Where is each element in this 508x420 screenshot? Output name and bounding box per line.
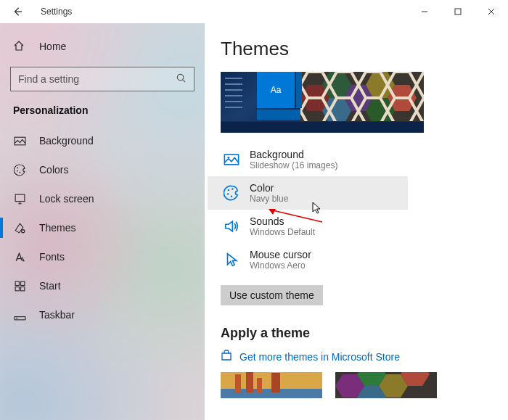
picture-icon — [13, 134, 26, 147]
palette-icon — [13, 163, 26, 176]
theme-thumbnails — [221, 372, 492, 398]
attr-sub: Windows Default — [250, 227, 315, 237]
page-title: Themes — [221, 38, 492, 60]
svg-point-7 — [17, 167, 18, 168]
svg-line-5 — [183, 79, 185, 81]
sidebar-item-themes[interactable]: Themes — [0, 213, 205, 242]
maximize-button[interactable] — [441, 0, 475, 23]
store-icon — [221, 350, 232, 363]
fonts-icon — [13, 250, 26, 263]
sidebar-item-fonts[interactable]: Fonts — [0, 242, 205, 271]
minimize-button[interactable] — [408, 0, 441, 23]
window-title: Settings — [41, 7, 72, 17]
svg-rect-38 — [235, 374, 241, 392]
svg-point-8 — [17, 170, 18, 171]
theme-thumb[interactable] — [335, 372, 437, 398]
svg-point-34 — [231, 196, 232, 197]
sidebar: Home Personalization Background Colors L… — [0, 23, 205, 420]
svg-point-13 — [21, 229, 24, 232]
start-icon — [13, 279, 26, 292]
close-button[interactable] — [475, 0, 508, 23]
speaker-icon — [224, 218, 239, 234]
titlebar: Settings — [0, 0, 508, 23]
sidebar-item-label: Start — [39, 280, 61, 292]
svg-rect-14 — [15, 281, 19, 285]
lock-screen-icon — [13, 192, 26, 205]
svg-point-33 — [227, 193, 229, 194]
palette-icon — [224, 185, 239, 201]
home-icon — [13, 40, 26, 53]
window-controls — [408, 0, 508, 23]
main-panel: Themes Aa — [205, 23, 508, 420]
svg-rect-40 — [257, 378, 262, 392]
back-button[interactable] — [6, 0, 29, 23]
taskbar-icon — [13, 308, 26, 321]
sidebar-item-label: Background — [39, 135, 94, 147]
sidebar-item-colors[interactable]: Colors — [0, 155, 205, 184]
svg-point-9 — [19, 171, 20, 173]
attr-sub: Navy blue — [250, 194, 288, 204]
back-arrow-icon — [12, 7, 22, 17]
svg-rect-10 — [15, 194, 25, 202]
sidebar-item-taskbar[interactable]: Taskbar — [0, 300, 205, 329]
theme-preview: Aa — [221, 72, 424, 133]
svg-rect-15 — [20, 281, 24, 285]
apply-theme-title: Apply a theme — [221, 326, 492, 341]
sidebar-item-lock-screen[interactable]: Lock screen — [0, 184, 205, 213]
picture-icon — [224, 152, 239, 168]
sidebar-item-label: Lock screen — [39, 193, 94, 205]
svg-point-4 — [177, 74, 183, 80]
attr-sub: Slideshow (16 images) — [250, 160, 337, 170]
attr-title: Mouse cursor — [250, 249, 311, 260]
theme-thumb[interactable] — [221, 372, 322, 398]
svg-rect-19 — [16, 318, 17, 318]
attr-title: Color — [250, 182, 288, 194]
theme-attr-cursor[interactable]: Mouse cursor Windows Aero — [221, 243, 395, 276]
store-link[interactable]: Get more themes in Microsoft Store — [221, 350, 492, 363]
cursor-icon — [224, 252, 239, 268]
theme-attr-background[interactable]: Background Slideshow (16 images) — [221, 143, 395, 176]
svg-rect-1 — [455, 9, 461, 15]
sidebar-group-title: Personalization — [0, 104, 205, 116]
search-input[interactable] — [18, 73, 176, 85]
use-custom-theme-button[interactable]: Use custom theme — [221, 285, 323, 305]
attr-title: Sounds — [250, 215, 315, 227]
home-link[interactable]: Home — [0, 32, 205, 61]
sidebar-item-label: Taskbar — [39, 309, 75, 321]
svg-point-32 — [228, 189, 229, 191]
theme-attr-color[interactable]: Color Navy blue — [208, 176, 408, 210]
svg-point-35 — [232, 188, 233, 189]
theme-attr-sounds[interactable]: Sounds Windows Default — [221, 210, 395, 243]
svg-rect-17 — [20, 287, 24, 290]
sidebar-item-label: Colors — [39, 164, 68, 176]
search-icon — [176, 73, 187, 86]
home-label: Home — [39, 41, 66, 52]
sidebar-item-start[interactable]: Start — [0, 271, 205, 300]
attr-title: Background — [250, 149, 337, 160]
svg-rect-16 — [15, 287, 19, 290]
sidebar-item-background[interactable]: Background — [0, 126, 205, 155]
svg-rect-41 — [271, 373, 280, 392]
svg-rect-39 — [246, 372, 253, 392]
sidebar-item-label: Fonts — [39, 251, 65, 263]
attr-sub: Windows Aero — [250, 260, 311, 271]
store-link-label: Get more themes in Microsoft Store — [239, 351, 400, 363]
preview-tile-text: Aa — [257, 72, 295, 108]
themes-icon — [13, 221, 26, 234]
sidebar-item-label: Themes — [39, 222, 76, 234]
search-box[interactable] — [10, 67, 194, 91]
